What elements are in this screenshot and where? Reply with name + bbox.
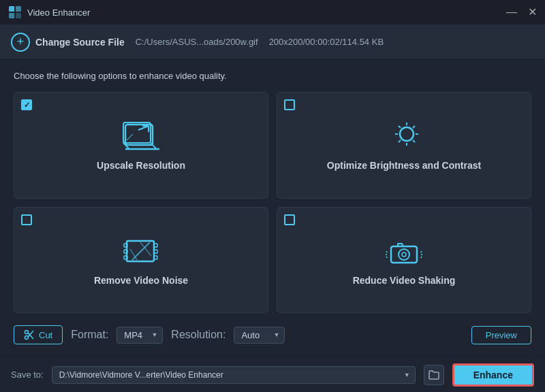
shaking-label: Reduce Video Shaking	[353, 275, 456, 286]
svg-point-35	[25, 331, 29, 334]
minimize-button[interactable]: —	[506, 7, 517, 18]
svg-point-34	[402, 252, 406, 257]
svg-line-31	[140, 242, 151, 256]
upscale-label: Upscale Resolution	[97, 160, 185, 171]
format-select[interactable]: MP4 AVI MOV GIF	[116, 327, 163, 344]
svg-rect-24	[124, 250, 127, 253]
svg-line-19	[413, 140, 415, 142]
svg-line-12	[127, 134, 133, 140]
svg-rect-2	[9, 13, 14, 18]
svg-point-33	[399, 249, 409, 260]
checkbox-shaking[interactable]	[284, 214, 295, 225]
option-card-shaking: Reduce Video Shaking	[277, 207, 531, 314]
title-bar-controls: — ✕	[506, 7, 537, 18]
change-source-button[interactable]: + Change Source File	[11, 33, 125, 52]
format-select-wrapper: MP4 AVI MOV GIF	[116, 327, 163, 344]
svg-rect-23	[124, 244, 127, 247]
option-card-noise: Remove Video Noise	[14, 207, 268, 314]
svg-line-21	[399, 140, 401, 142]
svg-rect-27	[154, 250, 157, 253]
bottom-bar: Save to: D:\Vidmore\Vidmore V...erter\Vi…	[0, 357, 545, 392]
format-label: Format:	[71, 329, 108, 341]
svg-rect-28	[154, 256, 157, 259]
main-content: Choose the following options to enhance …	[0, 60, 545, 357]
subtitle-text: Choose the following options to enhance …	[14, 71, 531, 81]
save-path-select[interactable]: D:\Vidmore\Vidmore V...erter\Video Enhan…	[52, 366, 416, 384]
source-file-path: C:/Users/ASUS...oads/200w.gif	[136, 37, 258, 47]
option-card-upscale: Upscale Resolution	[14, 92, 268, 199]
preview-button[interactable]: Preview	[471, 326, 531, 344]
cut-button[interactable]: Cut	[14, 325, 63, 344]
svg-line-18	[399, 126, 401, 128]
folder-icon	[429, 370, 439, 380]
source-bar: + Change Source File C:/Users/ASUS...oad…	[0, 24, 545, 60]
brightness-icon	[384, 119, 424, 153]
noise-icon	[121, 234, 161, 268]
svg-line-20	[413, 126, 415, 128]
svg-rect-26	[154, 244, 157, 247]
svg-rect-3	[16, 13, 21, 18]
checkbox-brightness[interactable]	[284, 99, 295, 110]
resolution-label: Resolution:	[171, 329, 225, 341]
checkbox-noise[interactable]	[21, 214, 32, 225]
plus-circle-icon: +	[11, 33, 30, 52]
svg-rect-25	[124, 256, 127, 259]
checkbox-upscale[interactable]	[21, 99, 32, 110]
option-card-brightness: Optimize Brightness and Contrast	[277, 92, 531, 199]
resolution-select[interactable]: Auto 720p 1080p 4K	[234, 327, 285, 344]
upscale-icon	[121, 119, 161, 153]
toolbar: Cut Format: MP4 AVI MOV GIF Resolution: …	[14, 321, 531, 348]
noise-label: Remove Video Noise	[94, 275, 188, 286]
svg-rect-1	[16, 6, 21, 12]
app-icon	[8, 5, 22, 19]
folder-button[interactable]	[424, 365, 444, 385]
save-to-label: Save to:	[11, 370, 44, 380]
cut-label: Cut	[39, 330, 52, 340]
title-bar-left: Video Enhancer	[8, 5, 90, 19]
source-file-info: 200x200/00:00:02/114.54 KB	[269, 37, 384, 47]
shaking-icon	[384, 234, 424, 268]
svg-rect-0	[9, 6, 14, 12]
options-grid: Upscale Resolution	[14, 92, 531, 313]
svg-point-36	[25, 336, 29, 340]
close-button[interactable]: ✕	[528, 7, 537, 18]
save-path-wrapper: D:\Vidmore\Vidmore V...erter\Video Enhan…	[52, 366, 416, 384]
app-title: Video Enhancer	[27, 7, 90, 18]
svg-point-13	[400, 127, 414, 141]
enhance-button[interactable]: Enhance	[452, 363, 534, 387]
resolution-select-wrapper: Auto 720p 1080p 4K	[234, 327, 285, 344]
scissors-icon	[24, 329, 35, 340]
brightness-label: Optimize Brightness and Contrast	[327, 160, 481, 171]
change-source-label: Change Source File	[35, 37, 125, 48]
title-bar: Video Enhancer — ✕	[0, 0, 545, 24]
